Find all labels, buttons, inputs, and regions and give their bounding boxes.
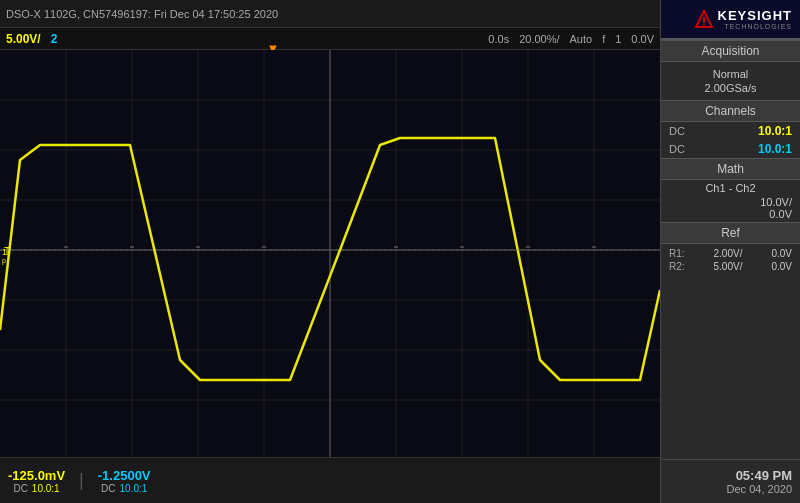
- ch2-row: DC 10.0:1: [661, 140, 800, 158]
- math-scale: 10.0V/: [760, 196, 792, 208]
- ch1-measurement-value: -125.0mV: [8, 468, 65, 483]
- scope-title: DSO-X 1102G, CN57496197: Fri Dec 04 17:5…: [6, 8, 278, 20]
- math-section-content: Ch1 - Ch2 10.0V/ 0.0V: [661, 180, 800, 222]
- acquisition-rate-row: 2.00GSa/s: [669, 82, 792, 94]
- math-formula: Ch1 - Ch2: [705, 182, 755, 194]
- top-bar: DSO-X 1102G, CN57496197: Fri Dec 04 17:5…: [0, 0, 660, 28]
- ch2-measurement-group: -1.2500V DC 10.0:1: [98, 468, 151, 494]
- acquisition-mode-value: Normal: [669, 68, 792, 80]
- time-scale: 20.00%/: [519, 33, 559, 45]
- r2-label: R2:: [669, 261, 685, 272]
- acquisition-mode-row: Normal: [669, 68, 792, 80]
- display-area: DSO-X 1102G, CN57496197: Fri Dec 04 17:5…: [0, 0, 660, 503]
- main-container: DSO-X 1102G, CN57496197: Fri Dec 04 17:5…: [0, 0, 800, 503]
- bottom-divider-1: |: [79, 470, 84, 491]
- time-display: 05:49 PM Dec 04, 2020: [661, 459, 800, 503]
- right-panel: KEYSIGHT TECHNOLOGIES Acquisition Normal…: [660, 0, 800, 503]
- r2-scale: 5.00V/: [714, 261, 743, 272]
- r1-offset: 0.0V: [771, 248, 792, 259]
- bottom-measurements-bar: -125.0mV DC 10.0:1 | -1.2500V DC 10.0:1: [0, 457, 660, 503]
- ch2-number: 2: [51, 32, 58, 46]
- oscilloscope-grid: T: [0, 50, 660, 457]
- channels-section-header: Channels: [661, 100, 800, 122]
- trigger-symbol: f: [602, 33, 605, 45]
- ch1-scale-indicator: 5.00V/: [6, 32, 41, 46]
- ground-marker: 1 p: [2, 248, 7, 264]
- ch1-measurement-group: -125.0mV DC 10.0:1: [8, 468, 65, 494]
- ref-section-header: Ref: [661, 222, 800, 244]
- ch1-coupling-bottom: DC: [13, 483, 27, 494]
- math-section-header: Math: [661, 158, 800, 180]
- ch1-scale-bottom: 10.0:1: [32, 483, 60, 494]
- trigger-mode: Auto: [570, 33, 593, 45]
- keysight-logo-icon: [694, 9, 714, 29]
- time-offset: 0.0s: [488, 33, 509, 45]
- r1-scale: 2.00V/: [714, 248, 743, 259]
- ch1-coupling-right: DC: [669, 125, 685, 137]
- date-display: Dec 04, 2020: [669, 483, 792, 495]
- ch1-row: DC 10.0:1: [661, 122, 800, 140]
- trigger-channel: 1: [615, 33, 621, 45]
- ch1-value-right: 10.0:1: [758, 124, 792, 138]
- r1-label: R1:: [669, 248, 685, 259]
- ref-section-content: R1: 2.00V/ 0.0V R2: 5.00V/ 0.0V: [661, 244, 800, 276]
- math-offset: 0.0V: [769, 208, 792, 220]
- acquisition-section-header: Acquisition: [661, 40, 800, 62]
- acquisition-rate-value: 2.00GSa/s: [669, 82, 792, 94]
- channels-section-content: DC 10.0:1 DC 10.0:1: [661, 122, 800, 158]
- ch2-value-right: 10.0:1: [758, 142, 792, 156]
- waveform-display: T 1 p: [0, 50, 660, 457]
- brand-subtitle: TECHNOLOGIES: [724, 23, 792, 30]
- svg-point-30: [703, 24, 705, 26]
- ch2-coupling-bottom: DC: [101, 483, 115, 494]
- clock-display: 05:49 PM: [669, 468, 792, 483]
- ch2-scale-bottom: 10.0:1: [119, 483, 147, 494]
- brand-name: KEYSIGHT: [718, 8, 792, 23]
- trigger-volts: 0.0V: [631, 33, 654, 45]
- ch2-coupling-right: DC: [669, 143, 685, 155]
- ch2-measurement-value: -1.2500V: [98, 468, 151, 483]
- acquisition-section-content: Normal 2.00GSa/s: [661, 62, 800, 100]
- keysight-logo: KEYSIGHT TECHNOLOGIES: [661, 0, 800, 40]
- keysight-logo-text: KEYSIGHT TECHNOLOGIES: [718, 8, 792, 30]
- r2-offset: 0.0V: [771, 261, 792, 272]
